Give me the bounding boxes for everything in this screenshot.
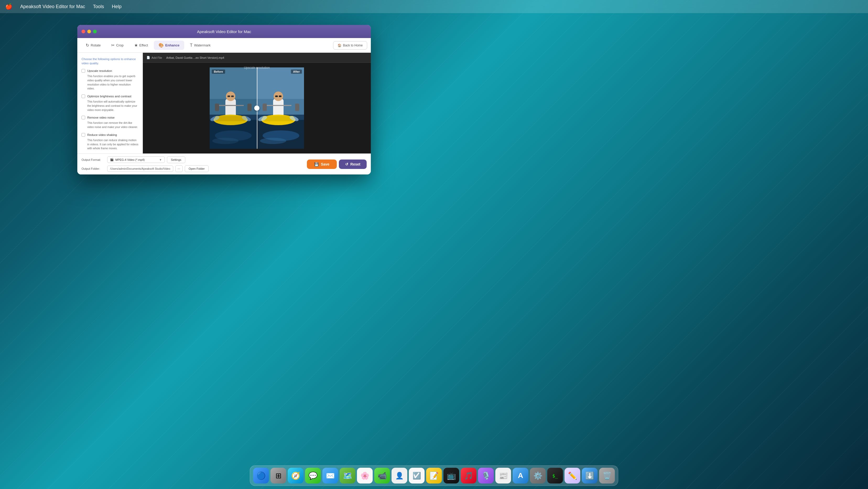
dock-item-contacts[interactable]: 👤: [392, 468, 407, 484]
back-to-home-button[interactable]: 🏠 Back to Home: [333, 41, 367, 50]
add-file-label: Add File: [152, 56, 162, 59]
upscale-option-group: Upscale resolution This function enables…: [82, 69, 138, 91]
dock-item-notes[interactable]: 📝: [426, 468, 442, 484]
shaking-checkbox[interactable]: [82, 133, 85, 137]
reset-button[interactable]: ↺ Reset: [339, 160, 367, 169]
dock-item-mail[interactable]: ✉️: [322, 468, 338, 484]
tab-crop[interactable]: ✂ Crop: [106, 41, 128, 50]
dock-item-music[interactable]: 🎵: [461, 468, 476, 484]
folder-path-display: /Users/admin/Documents/Apeaksoft Studio/…: [107, 166, 173, 172]
divider-handle[interactable]: [254, 106, 259, 111]
settings-button[interactable]: Settings: [167, 156, 185, 163]
noise-header: Remove video noise: [82, 116, 138, 119]
upscale-header: Upscale resolution: [82, 69, 138, 73]
rotate-icon: ↻: [86, 43, 89, 48]
brightness-label: Optimize brightness and contrast: [87, 95, 131, 98]
content-area: Choose the following options to enhance …: [77, 53, 371, 153]
after-panel: After: [257, 67, 304, 149]
format-value: MPEG-4 Video (*.mp4): [115, 158, 145, 161]
folder-label: Output Folder:: [82, 167, 105, 170]
dock-item-reminders[interactable]: ☑️: [409, 468, 425, 484]
svg-rect-28: [262, 104, 267, 111]
noise-label: Remove video noise: [87, 116, 115, 119]
tab-watermark[interactable]: T Watermark: [185, 41, 215, 50]
tab-effect[interactable]: ★ Effect: [129, 41, 153, 50]
tab-watermark-label: Watermark: [194, 43, 211, 47]
apple-menu[interactable]: 🍎: [5, 3, 12, 10]
after-kayaker-image: [257, 67, 304, 149]
svg-rect-23: [273, 99, 284, 117]
svg-rect-8: [227, 95, 230, 97]
dock-item-syspref[interactable]: ⚙️: [530, 468, 546, 484]
format-select[interactable]: 🎬 MPEG-4 Video (*.mp4) ▼: [107, 156, 165, 163]
upscale-label: Upscale resolution: [87, 69, 112, 73]
browse-folder-button[interactable]: ···: [175, 165, 183, 172]
panel-description: Choose the following options to enhance …: [82, 57, 138, 65]
menubar-help[interactable]: Help: [112, 4, 122, 9]
save-label: Save: [321, 162, 330, 166]
effect-icon: ★: [134, 43, 138, 48]
after-label: After: [291, 69, 302, 74]
tab-enhance-label: Enhance: [165, 43, 180, 47]
brightness-checkbox[interactable]: [82, 94, 85, 98]
dock-item-facetime[interactable]: 📹: [374, 468, 390, 484]
action-buttons: 💾 Save ↺ Reset: [307, 160, 367, 169]
format-row: Output Format: 🎬 MPEG-4 Video (*.mp4) ▼ …: [82, 156, 304, 163]
svg-rect-6: [225, 99, 236, 117]
crop-icon: ✂: [111, 43, 115, 48]
save-button[interactable]: 💾 Save: [307, 160, 337, 169]
dock-item-tv[interactable]: 📺: [443, 468, 459, 484]
video-preview-area: Upscale resolution Before: [143, 63, 371, 153]
dock-item-download[interactable]: ⬇️: [582, 468, 597, 484]
dock-item-appstore[interactable]: A: [513, 468, 528, 484]
tab-crop-label: Crop: [116, 43, 123, 47]
noise-checkbox[interactable]: [82, 116, 85, 119]
shaking-description: This function can reduce shaking motion …: [82, 138, 138, 151]
tab-rotate[interactable]: ↻ Rotate: [81, 41, 105, 50]
folder-row: Output Folder: /Users/admin/Documents/Ap…: [82, 165, 304, 172]
close-button[interactable]: [82, 30, 85, 33]
dock-item-pencil[interactable]: ✏️: [564, 468, 580, 484]
dock-item-photos[interactable]: 🌸: [357, 468, 373, 484]
output-settings: Output Format: 🎬 MPEG-4 Video (*.mp4) ▼ …: [82, 156, 304, 172]
dock-item-trash[interactable]: 🗑️: [599, 468, 615, 484]
before-label: Before: [212, 69, 225, 74]
dock-item-podcasts[interactable]: 🎙️: [478, 468, 494, 484]
minimize-button[interactable]: [87, 30, 91, 33]
open-folder-button[interactable]: Open Folder: [185, 165, 209, 172]
brightness-header: Optimize brightness and contrast: [82, 94, 138, 98]
maximize-button[interactable]: [93, 30, 97, 33]
dock-item-terminal[interactable]: $_: [547, 468, 563, 484]
bottom-bar: Output Format: 🎬 MPEG-4 Video (*.mp4) ▼ …: [77, 153, 371, 174]
dock: 🔵 ⊞ 🧭 💬 ✉️ 🗺️ 🌸 📹 👤 ☑️ 📝 📺 🎵 🎙️ 📰 A ⚙️ $…: [250, 465, 618, 486]
back-to-home-label: Back to Home: [343, 44, 363, 47]
dock-item-safari[interactable]: 🧭: [288, 468, 304, 484]
shaking-option-group: Reduce video shaking This function can r…: [82, 133, 138, 151]
upscale-checkbox[interactable]: [82, 69, 85, 73]
home-icon: 🏠: [338, 44, 341, 47]
noise-description: This function can remove the dirt-like v…: [82, 121, 138, 130]
before-panel: Before: [210, 67, 257, 149]
add-file-icon: 📄: [147, 56, 150, 59]
tab-enhance[interactable]: 🎨 Enhance: [154, 41, 184, 50]
svg-rect-14: [215, 116, 246, 121]
svg-rect-29: [295, 104, 299, 111]
svg-rect-11: [215, 104, 219, 111]
dock-item-messages[interactable]: 💬: [305, 468, 321, 484]
svg-rect-25: [275, 95, 278, 97]
dock-item-maps[interactable]: 🗺️: [340, 468, 355, 484]
svg-rect-26: [279, 95, 281, 97]
menubar-app-name[interactable]: Apeaksoft Video Editor for Mac: [20, 4, 85, 9]
traffic-lights: [82, 30, 97, 33]
upscale-description: This function enables you to get superb …: [82, 74, 138, 91]
tab-rotate-label: Rotate: [91, 43, 101, 47]
enhance-icon: 🎨: [159, 43, 164, 48]
save-icon: 💾: [314, 162, 319, 166]
dock-item-launchpad[interactable]: ⊞: [271, 468, 286, 484]
dock-item-finder[interactable]: 🔵: [253, 468, 269, 484]
svg-rect-31: [262, 116, 294, 121]
svg-point-24: [274, 91, 283, 101]
menubar-tools[interactable]: Tools: [93, 4, 104, 9]
dock-item-news[interactable]: 📰: [495, 468, 511, 484]
add-file-button[interactable]: 📄 Add File: [147, 56, 162, 59]
